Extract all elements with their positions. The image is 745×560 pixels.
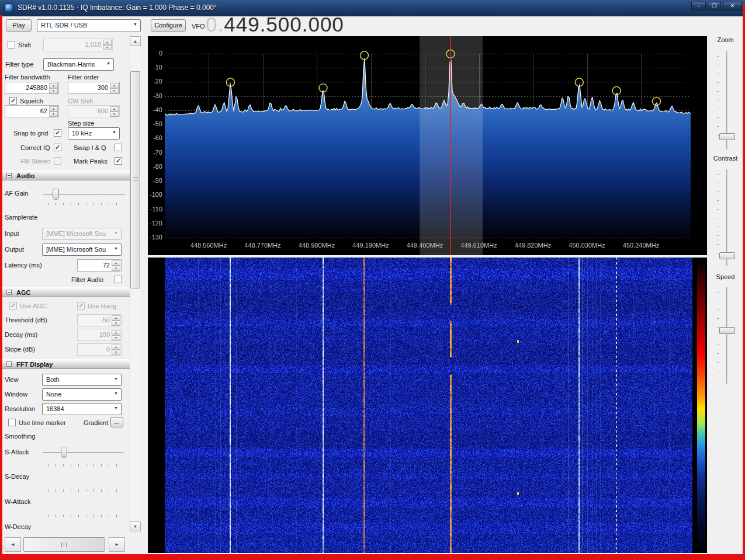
maximize-button[interactable]: ❐	[708, 2, 721, 11]
filter-type-select[interactable]: Blackman-Harris ▼	[43, 58, 114, 71]
spin-up-icon[interactable]: ▲	[110, 83, 119, 88]
contrast-slider-ticks	[717, 174, 719, 260]
squelch-checkbox[interactable]	[9, 97, 17, 105]
input-label: Input	[5, 230, 19, 237]
swap-iq-checkbox[interactable]	[115, 144, 122, 151]
gradient-button[interactable]: ...	[110, 417, 123, 427]
audio-output-select[interactable]: [MME] Microsoft Sou ▼	[42, 244, 122, 256]
speed-slider-thumb[interactable]	[719, 327, 735, 334]
spin-down-icon[interactable]: ▼	[112, 321, 120, 326]
window-border-right	[743, 4, 745, 560]
filter-audio-checkbox[interactable]	[115, 276, 122, 283]
collapse-icon[interactable]	[6, 173, 12, 178]
filter-order-field[interactable]: 300 ▲▼	[68, 82, 120, 94]
spin-down-icon[interactable]: ▼	[49, 112, 58, 117]
spin-up-icon[interactable]: ▲	[112, 315, 120, 321]
spin-down-icon[interactable]: ▼	[110, 112, 119, 117]
agc-threshold-spinner[interactable]: ▲▼	[112, 315, 120, 325]
af-gain-slider-thumb[interactable]	[53, 189, 59, 200]
spin-down-icon[interactable]: ▼	[112, 266, 120, 271]
filter-bandwidth-field[interactable]: 245880 ▲▼	[5, 82, 59, 94]
filter-order-spinner[interactable]: ▲▼	[110, 83, 119, 93]
zoom-slider-thumb[interactable]	[719, 133, 735, 140]
scroll-left-button[interactable]: ◄	[5, 537, 21, 552]
frequency-axis-label: 450.030MHz	[563, 242, 612, 249]
agc-decay-field[interactable]: 100 ▲▼	[77, 329, 122, 341]
frequency-display[interactable]: 0.449.500.000	[206, 13, 344, 36]
db-axis-label: -40	[148, 106, 162, 113]
contrast-slider-thumb[interactable]	[719, 252, 735, 259]
snap-to-grid-checkbox[interactable]	[54, 129, 61, 137]
cw-shift-field[interactable]: 600 ▲▼	[68, 105, 120, 117]
mark-peaks-checkbox[interactable]	[115, 157, 122, 165]
minimize-button[interactable]: –	[691, 2, 706, 11]
spin-down-icon[interactable]: ▼	[112, 350, 120, 355]
fm-stereo-label: FM Stereo	[20, 158, 50, 165]
shift-checkbox[interactable]	[8, 41, 15, 48]
audio-input-select[interactable]: [MME] Microsoft Sou ▼	[42, 228, 122, 240]
agc-section-header[interactable]: AGC	[2, 287, 130, 297]
window-select[interactable]: None ▼	[42, 388, 122, 401]
source-select-value: RTL-SDR / USB	[41, 22, 130, 29]
audio-section-header[interactable]: Audio	[2, 171, 130, 180]
settings-scrollbar-thumb[interactable]	[130, 71, 140, 288]
agc-decay-spinner[interactable]: ▲▼	[112, 330, 120, 340]
spin-up-icon[interactable]: ▲	[49, 106, 58, 112]
fm-stereo-checkbox[interactable]	[54, 157, 61, 165]
agc-slope-spinner[interactable]: ▲▼	[112, 345, 120, 354]
spin-up-icon[interactable]: ▲	[110, 106, 119, 112]
squelch-field[interactable]: 62 ▲▼	[5, 105, 59, 117]
waterfall-canvas[interactable]	[148, 258, 707, 553]
filter-bandwidth-spinner[interactable]: ▲▼	[49, 83, 58, 93]
db-axis-label: -60	[148, 134, 162, 141]
s-attack-slider-thumb[interactable]	[61, 447, 67, 458]
correct-iq-checkbox[interactable]	[54, 144, 61, 151]
use-time-marker-checkbox[interactable]	[8, 419, 16, 426]
close-button[interactable]: ✕	[723, 2, 742, 11]
fft-section-header[interactable]: FFT Display	[2, 359, 130, 369]
spin-down-icon[interactable]: ▼	[112, 335, 120, 340]
play-button[interactable]: Play	[6, 19, 32, 32]
db-axis-label: -30	[148, 92, 162, 99]
cw-shift-spinner[interactable]: ▲▼	[110, 106, 119, 116]
shift-field[interactable]: 1,010 ▲▼	[43, 39, 113, 51]
view-select[interactable]: Both ▼	[42, 374, 122, 386]
agc-threshold-field[interactable]: -50 ▲▼	[77, 314, 122, 326]
squelch-spinner[interactable]: ▲▼	[49, 106, 58, 116]
resolution-select[interactable]: 16384 ▼	[42, 403, 122, 415]
waterfall-display[interactable]	[148, 258, 707, 553]
spin-up-icon[interactable]: ▲	[112, 260, 120, 266]
scroll-down-button[interactable]: ▼	[130, 521, 141, 531]
spin-down-icon[interactable]: ▼	[49, 88, 58, 93]
use-hang-checkbox[interactable]	[77, 302, 85, 309]
s-attack-slider[interactable]	[43, 452, 124, 453]
configure-button[interactable]: Configure	[151, 19, 186, 32]
hscrollbar-thumb[interactable]	[23, 537, 105, 552]
spin-down-icon[interactable]: ▼	[103, 45, 112, 50]
latency-field[interactable]: 72 ▲▼	[77, 259, 122, 272]
scroll-up-button[interactable]: ▲	[130, 36, 141, 46]
spectrum-canvas[interactable]	[148, 36, 707, 255]
spin-up-icon[interactable]: ▲	[112, 345, 120, 350]
scroll-right-button[interactable]: ►	[109, 537, 125, 552]
use-agc-checkbox[interactable]	[9, 302, 17, 309]
agc-slope-label: Slope (dB)	[5, 346, 35, 353]
source-select[interactable]: RTL-SDR / USB ▼	[37, 19, 141, 32]
spin-up-icon[interactable]: ▲	[112, 330, 120, 335]
s-attack-ticks	[48, 464, 122, 467]
view-label: View	[5, 376, 19, 383]
contrast-slider[interactable]	[726, 169, 727, 266]
agc-slope-field[interactable]: 0 ▲▼	[77, 343, 122, 356]
collapse-icon[interactable]	[6, 290, 12, 295]
spin-down-icon[interactable]: ▼	[110, 88, 119, 93]
af-gain-label: AF Gain	[5, 190, 28, 197]
speed-slider[interactable]	[726, 287, 727, 384]
latency-spinner[interactable]: ▲▼	[112, 260, 120, 270]
spectrum-display[interactable]: 0-10-20-30-40-50-60-70-80-90-100-110-120…	[148, 36, 707, 255]
step-size-select[interactable]: 10 kHz ▼	[68, 127, 120, 140]
samplerate-label: Samplerate	[5, 214, 38, 221]
shift-spinner[interactable]: ▲▼	[103, 40, 112, 50]
spin-up-icon[interactable]: ▲	[103, 40, 112, 45]
spin-up-icon[interactable]: ▲	[49, 83, 58, 88]
collapse-icon[interactable]	[6, 361, 12, 367]
